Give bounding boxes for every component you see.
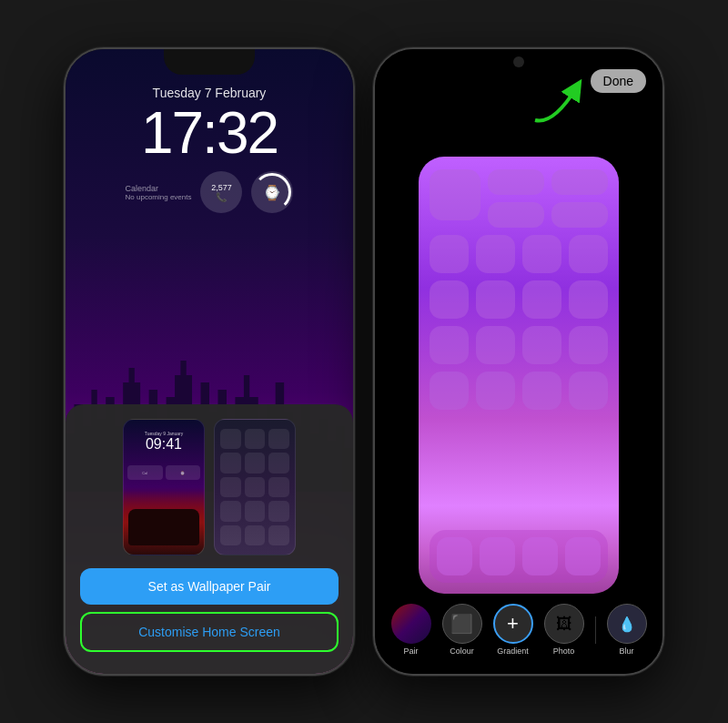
app-row5-3[interactable]	[522, 372, 561, 410]
colour-symbol: ⬛	[450, 613, 473, 635]
home-screen-editor: Done	[375, 49, 662, 674]
dock	[430, 530, 608, 583]
photo-symbol: 🖼	[556, 615, 572, 634]
left-phone: Tuesday 7 February 17:32 Calendar No upc…	[64, 47, 355, 676]
preview-app-1	[220, 429, 241, 449]
photo-label: Photo	[553, 647, 575, 656]
home-screen-preview	[419, 157, 619, 594]
app-icon-sm-3[interactable]	[488, 202, 544, 228]
preview-app-14	[245, 525, 266, 545]
preview-app-2	[245, 429, 266, 449]
dock-icon-3[interactable]	[522, 537, 558, 575]
gradient-label: Gradient	[497, 647, 529, 656]
preview-time: Tuesday 9 January 09:41	[124, 431, 204, 453]
preview-app-5	[245, 453, 266, 473]
gradient-icon[interactable]: +	[493, 604, 533, 644]
app-row2-2[interactable]	[476, 235, 515, 273]
app-row3-3[interactable]	[522, 280, 561, 319]
photo-icon[interactable]: 🖼	[544, 604, 584, 644]
app-row3-2[interactable]	[476, 280, 515, 319]
pair-label: Pair	[403, 647, 418, 656]
app-icon-sm-1[interactable]	[488, 169, 544, 195]
preview-app-3	[268, 429, 289, 449]
preview-app-9	[268, 477, 289, 497]
preview-app-11	[245, 501, 266, 521]
done-button[interactable]: Done	[591, 69, 646, 93]
lock-screen-content: Tuesday 7 February 17:32 Calendar No upc…	[66, 86, 353, 213]
pair-icon[interactable]	[391, 604, 431, 644]
lock-screen-preview[interactable]: Tuesday 9 January 09:41 Cal ⌚	[123, 419, 205, 555]
camera-dot	[513, 56, 524, 67]
customise-home-button[interactable]: Customise Home Screen	[80, 612, 339, 652]
preview-app-4	[220, 453, 241, 473]
calendar-title: Calendar	[126, 184, 192, 193]
app-grid	[419, 157, 619, 594]
toolbar-pair[interactable]: Pair	[391, 604, 431, 656]
ring-widget: ⌚	[251, 171, 293, 213]
preview-widgets: Cal ⌚	[127, 465, 200, 480]
toolbar-photo[interactable]: 🖼 Photo	[544, 604, 584, 656]
lock-screen: Tuesday 7 February 17:32 Calendar No upc…	[66, 49, 353, 674]
preview-app-13	[220, 525, 241, 545]
right-phone: Done	[373, 47, 664, 676]
toolbar-colour[interactable]: ⬛ Colour	[442, 604, 482, 656]
app-row2-1[interactable]	[430, 235, 469, 273]
blur-symbol: 💧	[618, 616, 636, 633]
lock-widgets: Calendar No upcoming events 2,577 📞 ⌚	[66, 171, 353, 213]
app-row5-1[interactable]	[430, 372, 469, 410]
home-row-1	[430, 169, 608, 228]
colour-icon[interactable]: ⬛	[442, 604, 482, 644]
plus-symbol: +	[507, 612, 519, 636]
preview-app-15	[268, 525, 289, 545]
set-wallpaper-button[interactable]: Set as Wallpaper Pair	[80, 568, 339, 605]
preview-app-7	[220, 477, 241, 497]
dock-icon-4[interactable]	[565, 537, 601, 575]
wallpaper-toolbar: Pair ⬛ Colour + Gradient 🖼 Photo	[375, 604, 662, 656]
home-row-5	[430, 372, 608, 410]
home-row-3	[430, 280, 608, 319]
dynamic-island	[164, 49, 255, 75]
widget-icon: 📞	[216, 192, 227, 202]
app-row2-3[interactable]	[522, 235, 561, 273]
wallpaper-previews: Tuesday 9 January 09:41 Cal ⌚	[80, 419, 339, 555]
dock-icon-2[interactable]	[480, 537, 515, 575]
app-icon-sm-4[interactable]	[551, 202, 608, 228]
app-row3-1[interactable]	[430, 280, 469, 319]
app-row5-4[interactable]	[569, 372, 608, 410]
app-row4-4[interactable]	[569, 326, 608, 364]
app-row5-2[interactable]	[476, 372, 515, 410]
toolbar-gradient[interactable]: + Gradient	[493, 604, 533, 656]
app-icon-large[interactable]	[430, 169, 480, 220]
preview-app-grid	[220, 429, 289, 545]
toolbar-divider	[595, 616, 596, 644]
lock-date: Tuesday 7 February	[66, 86, 353, 100]
preview-car-shape	[128, 509, 199, 545]
home-screen-preview[interactable]	[214, 419, 296, 555]
green-arrow-indicator	[526, 75, 590, 133]
calendar-widget: Calendar No upcoming events	[126, 184, 192, 201]
preview-app-8	[245, 477, 266, 497]
blur-icon[interactable]: 💧	[607, 604, 647, 644]
app-row2-4[interactable]	[569, 235, 608, 273]
toolbar-blur[interactable]: 💧 Blur	[607, 604, 647, 656]
home-row-2	[430, 235, 608, 273]
preview-widget-2: ⌚	[166, 465, 201, 480]
preview-app-12	[268, 501, 289, 521]
preview-widget-1: Cal	[127, 465, 163, 480]
ring-icon: ⌚	[263, 184, 281, 201]
preview-app-10	[220, 501, 241, 521]
app-row3-4[interactable]	[569, 280, 608, 319]
colour-label: Colour	[450, 647, 474, 656]
wallpaper-modal: Tuesday 9 January 09:41 Cal ⌚	[66, 404, 353, 674]
widget-count: 2,577	[211, 183, 232, 192]
dock-icon-1[interactable]	[437, 537, 472, 575]
small-icon-group	[488, 169, 608, 228]
number-widget: 2,577 📞	[200, 171, 242, 213]
calendar-sub: No upcoming events	[126, 193, 192, 201]
app-row4-2[interactable]	[476, 326, 515, 364]
preview-app-6	[268, 453, 289, 473]
app-row4-3[interactable]	[522, 326, 561, 364]
app-icon-sm-2[interactable]	[551, 169, 608, 195]
lock-time: 17:32	[66, 104, 353, 162]
app-row4-1[interactable]	[430, 326, 469, 364]
